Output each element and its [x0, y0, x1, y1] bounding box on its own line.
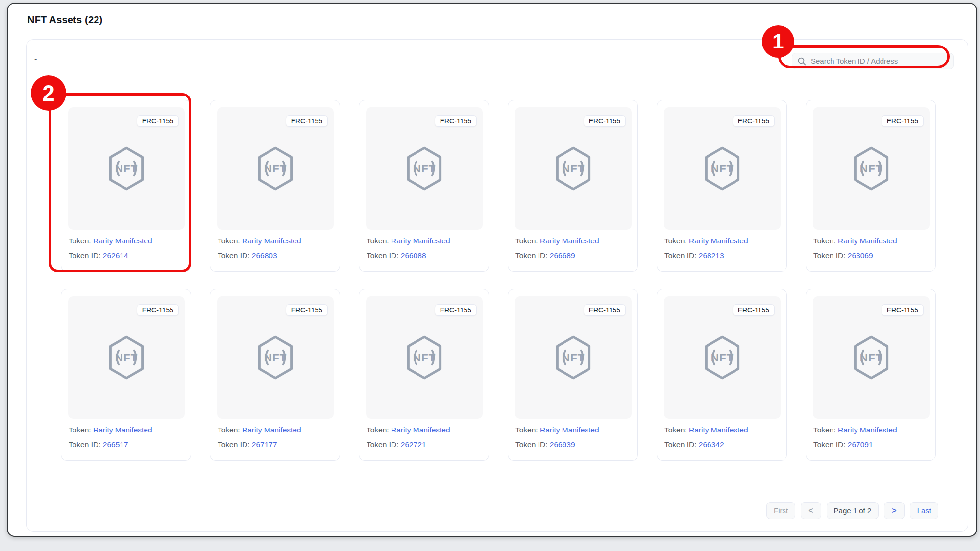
token-name-link[interactable]: Rarity Manifested: [242, 237, 301, 245]
nft-card[interactable]: ERC-1155 NFT Token: Rarity Manifested To…: [61, 289, 191, 461]
nft-image-placeholder: ERC-1155 NFT: [366, 107, 483, 230]
token-name-link[interactable]: Rarity Manifested: [540, 237, 599, 245]
nft-hexagon-icon: NFT: [553, 146, 594, 191]
token-line: Token: Rarity Manifested: [813, 425, 931, 435]
token-line: Token: Rarity Manifested: [218, 425, 335, 435]
token-name-link[interactable]: Rarity Manifested: [93, 237, 152, 245]
nft-card[interactable]: ERC-1155 NFT Token: Rarity Manifested To…: [508, 100, 638, 272]
nft-card[interactable]: ERC-1155 NFT Token: Rarity Manifested To…: [359, 289, 489, 461]
token-label: Token:: [813, 426, 838, 434]
token-id-link[interactable]: 263069: [848, 251, 873, 260]
token-line: Token: Rarity Manifested: [69, 236, 186, 246]
nft-image-placeholder: ERC-1155 NFT: [515, 107, 632, 230]
token-id-link[interactable]: 266939: [550, 440, 575, 449]
pagination-first-button[interactable]: First: [766, 502, 795, 519]
nft-image-placeholder: ERC-1155 NFT: [68, 107, 185, 230]
token-line: Token: Rarity Manifested: [813, 236, 931, 246]
pagination-last-button[interactable]: Last: [910, 502, 938, 519]
token-id-line: Token ID: 262614: [69, 250, 186, 261]
token-name-link[interactable]: Rarity Manifested: [391, 237, 450, 245]
nft-hexagon-icon: NFT: [106, 146, 147, 191]
nft-image-placeholder: ERC-1155 NFT: [664, 107, 781, 230]
token-name-link[interactable]: Rarity Manifested: [838, 426, 897, 434]
nft-card[interactable]: ERC-1155 NFT Token: Rarity Manifested To…: [508, 289, 638, 461]
token-name-link[interactable]: Rarity Manifested: [689, 237, 748, 245]
nft-image-placeholder: ERC-1155 NFT: [68, 296, 185, 419]
card-text: Token: Rarity Manifested Token ID: 26693…: [515, 425, 633, 454]
token-label: Token:: [664, 237, 689, 245]
token-id-line: Token ID: 267177: [218, 439, 335, 450]
card-text: Token: Rarity Manifested Token ID: 26680…: [218, 236, 335, 265]
nft-card[interactable]: ERC-1155 NFT Token: Rarity Manifested To…: [359, 100, 489, 272]
svg-text:NFT: NFT: [711, 163, 734, 175]
nft-image-placeholder: ERC-1155 NFT: [813, 296, 930, 419]
token-label: Token:: [367, 237, 391, 245]
token-id-label: Token ID:: [664, 251, 699, 260]
token-id-line: Token ID: 262721: [367, 439, 484, 450]
nft-hexagon-icon: NFT: [553, 335, 594, 380]
token-label: Token:: [367, 426, 391, 434]
token-id-line: Token ID: 266088: [367, 250, 484, 261]
token-name-link[interactable]: Rarity Manifested: [838, 237, 897, 245]
token-id-link[interactable]: 266342: [699, 440, 724, 449]
token-id-label: Token ID:: [218, 440, 252, 449]
token-id-line: Token ID: 268213: [664, 250, 782, 261]
token-id-line: Token ID: 263069: [813, 250, 931, 261]
nft-card[interactable]: ERC-1155 NFT Token: Rarity Manifested To…: [210, 289, 340, 461]
nft-image-placeholder: ERC-1155 NFT: [515, 296, 632, 419]
token-id-line: Token ID: 266342: [664, 439, 782, 450]
token-id-link[interactable]: 266689: [550, 251, 575, 260]
token-label: Token:: [69, 426, 93, 434]
token-id-link[interactable]: 262614: [103, 251, 128, 260]
nft-card[interactable]: ERC-1155 NFT Token: Rarity Manifested To…: [61, 100, 191, 272]
token-standard-badge: ERC-1155: [882, 115, 924, 127]
nft-card[interactable]: ERC-1155 NFT Token: Rarity Manifested To…: [806, 289, 936, 461]
token-name-link[interactable]: Rarity Manifested: [391, 426, 450, 434]
search-box[interactable]: [792, 53, 954, 69]
svg-text:NFT: NFT: [264, 163, 287, 175]
token-id-line: Token ID: 266803: [218, 250, 335, 261]
svg-text:NFT: NFT: [562, 352, 585, 364]
search-icon: [797, 57, 806, 66]
token-standard-badge: ERC-1155: [733, 304, 775, 316]
search-input[interactable]: [810, 56, 948, 66]
token-id-line: Token ID: 267091: [813, 439, 931, 450]
token-id-link[interactable]: 262721: [401, 440, 426, 449]
token-id-link[interactable]: 266088: [401, 251, 426, 260]
nft-card[interactable]: ERC-1155 NFT Token: Rarity Manifested To…: [657, 289, 787, 461]
token-line: Token: Rarity Manifested: [218, 236, 335, 246]
token-standard-badge: ERC-1155: [584, 304, 626, 316]
token-id-link[interactable]: 266517: [103, 440, 128, 449]
token-id-line: Token ID: 266689: [515, 250, 633, 261]
token-id-link[interactable]: 267177: [252, 440, 277, 449]
token-name-link[interactable]: Rarity Manifested: [242, 426, 301, 434]
panel-dash-placeholder: -: [34, 55, 37, 64]
pagination-prev-button[interactable]: <: [801, 502, 821, 519]
token-standard-badge: ERC-1155: [286, 304, 328, 316]
nft-image-placeholder: ERC-1155 NFT: [217, 296, 334, 419]
token-name-link[interactable]: Rarity Manifested: [93, 426, 152, 434]
nft-card[interactable]: ERC-1155 NFT Token: Rarity Manifested To…: [657, 100, 787, 272]
token-id-label: Token ID:: [515, 251, 550, 260]
token-name-link[interactable]: Rarity Manifested: [540, 426, 599, 434]
token-label: Token:: [69, 237, 93, 245]
token-id-label: Token ID:: [367, 251, 401, 260]
token-standard-badge: ERC-1155: [137, 115, 179, 127]
svg-text:NFT: NFT: [115, 352, 138, 364]
pagination-divider: [27, 488, 968, 488]
card-text: Token: Rarity Manifested Token ID: 26651…: [69, 425, 186, 454]
nft-card[interactable]: ERC-1155 NFT Token: Rarity Manifested To…: [210, 100, 340, 272]
token-standard-badge: ERC-1155: [882, 304, 924, 316]
token-id-link[interactable]: 267091: [848, 440, 873, 449]
token-id-link[interactable]: 266803: [252, 251, 277, 260]
token-line: Token: Rarity Manifested: [515, 425, 633, 435]
nft-card[interactable]: ERC-1155 NFT Token: Rarity Manifested To…: [806, 100, 936, 272]
nft-image-placeholder: ERC-1155 NFT: [217, 107, 334, 230]
svg-text:NFT: NFT: [413, 352, 436, 364]
token-id-link[interactable]: 268213: [699, 251, 724, 260]
card-text: Token: Rarity Manifested Token ID: 26717…: [218, 425, 335, 454]
token-name-link[interactable]: Rarity Manifested: [689, 426, 748, 434]
card-text: Token: Rarity Manifested Token ID: 26634…: [664, 425, 782, 454]
pagination-next-button[interactable]: >: [884, 502, 904, 519]
nft-image-placeholder: ERC-1155 NFT: [664, 296, 781, 419]
